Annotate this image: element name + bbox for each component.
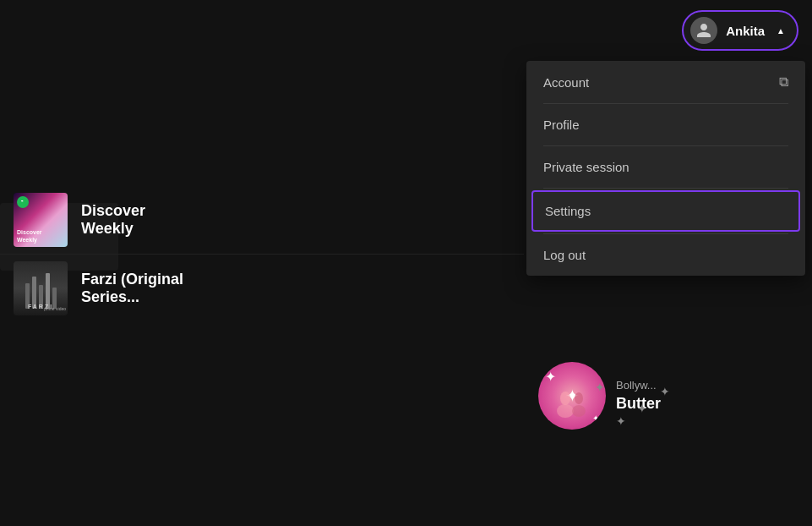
menu-divider (543, 188, 788, 189)
user-name-label: Ankita (726, 24, 765, 38)
external-link-icon: ⧉ (779, 74, 788, 90)
prime-video-label: prime video (44, 306, 66, 311)
svg-point-3 (557, 404, 574, 418)
menu-item-account[interactable]: Account ⧉ (526, 61, 805, 103)
user-profile-button[interactable]: Ankita ▲ (682, 10, 798, 51)
item-title: Discover Weekly (81, 202, 145, 238)
discover-art-label: Discover Weekly (17, 229, 42, 244)
settings-label: Settings (545, 204, 591, 218)
chevron-up-icon: ▲ (777, 26, 785, 36)
discover-weekly-art: Discover Weekly (14, 193, 68, 247)
sparkle-icon: ✦ (595, 381, 605, 394)
item-title: Farzi (Original Series... (81, 271, 183, 306)
user-avatar-icon (690, 17, 717, 44)
list-item[interactable]: Discover Weekly Discover Weekly (0, 186, 524, 254)
menu-item-logout[interactable]: Log out (526, 234, 805, 276)
sparkle-icon: ✦ (616, 414, 626, 428)
user-dropdown-menu: Account ⧉ Profile Private session Settin… (526, 61, 805, 276)
right-subtitle: Bollyw... (616, 379, 661, 392)
list-area: Discover Weekly Discover Weekly (0, 186, 524, 321)
private-session-label: Private session (543, 160, 629, 174)
menu-item-private-session[interactable]: Private session (526, 146, 805, 188)
menu-item-profile[interactable]: Profile (526, 104, 805, 145)
bollywood-thumb: ✦ ✦ ✦ (538, 362, 606, 430)
logout-label: Log out (543, 248, 586, 262)
profile-label: Profile (543, 118, 580, 132)
sparkle-icon: ✦ (660, 385, 670, 398)
list-item[interactable]: FARZI prime video Farzi (Original Series… (0, 254, 524, 321)
farzi-art: FARZI prime video (14, 261, 68, 315)
svg-point-2 (575, 392, 583, 404)
farzi-text: Farzi (Original Series... (81, 271, 183, 306)
topbar: Ankita ▲ (0, 0, 812, 61)
menu-item-settings[interactable]: Settings (531, 190, 800, 232)
svg-point-4 (572, 405, 586, 417)
svg-point-0 (19, 199, 26, 205)
account-label: Account (543, 75, 589, 90)
sparkle-icon: ✦ (637, 402, 647, 415)
discover-weekly-text: Discover Weekly (81, 202, 145, 238)
spotify-icon (17, 196, 29, 208)
svg-point-1 (560, 392, 570, 405)
